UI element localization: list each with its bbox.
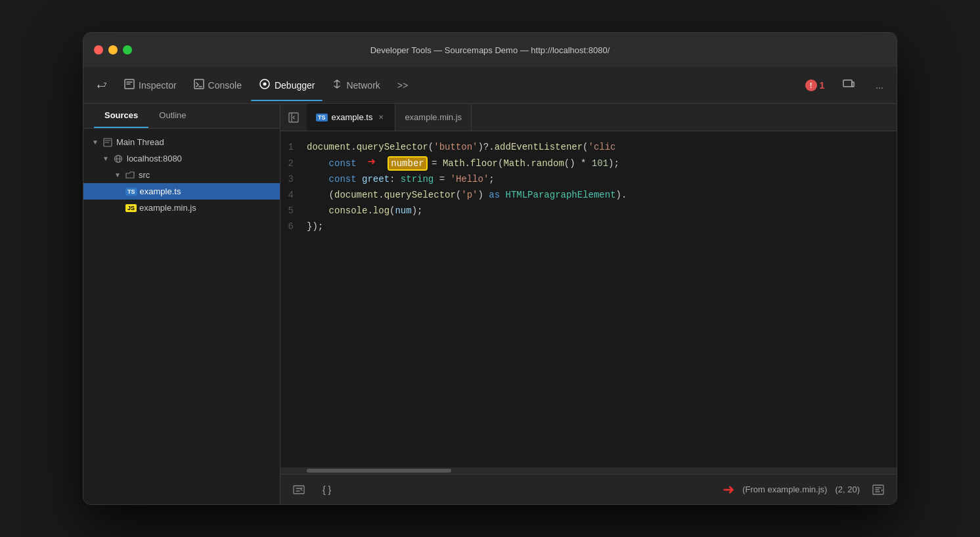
cursor-icon: ⮐ [97, 80, 107, 91]
code-tab-ts-badge: TS [316, 114, 328, 121]
status-position: (2, 20) [835, 484, 860, 494]
toggle-sidebar-button[interactable] [283, 107, 304, 128]
svg-rect-10 [294, 486, 304, 494]
svg-rect-4 [843, 80, 852, 87]
code-tabs: TS example.ts ✕ example.min.js [280, 104, 897, 131]
line-content-5: console.log(num); [307, 203, 897, 219]
tree-example-min-js[interactable]: JS example.min.js [83, 200, 280, 216]
horizontal-scrollbar[interactable] [280, 467, 897, 474]
console-label: Console [208, 80, 242, 91]
line-number-1: 1 [280, 139, 307, 155]
code-editor[interactable]: 1 document.querySelector('button')?.addE… [280, 131, 897, 467]
more-options-icon: ... [876, 80, 883, 91]
code-line-4: 4 (document.querySelector('p') as HTMLPa… [280, 187, 897, 203]
code-tab-ts-label: example.ts [332, 112, 373, 122]
line-number-5: 5 [280, 203, 307, 219]
localhost-icon [112, 154, 124, 163]
svg-rect-9 [289, 113, 298, 122]
blackbox-button[interactable] [288, 479, 309, 500]
minimize-button[interactable] [108, 45, 118, 54]
console-icon [194, 79, 204, 91]
error-count: 1 [820, 80, 825, 91]
src-label: src [139, 170, 150, 180]
svg-point-3 [263, 83, 266, 86]
status-arrow-icon: ➜ [723, 481, 734, 498]
more-options-button[interactable]: ... [868, 76, 891, 95]
line-number-4: 4 [280, 187, 307, 203]
code-tab-js-label: example.min.js [405, 112, 462, 122]
main-thread-arrow: ▼ [91, 139, 99, 146]
localhost-label: localhost:8080 [127, 154, 182, 163]
network-label: Network [346, 80, 380, 91]
traffic-lights [94, 45, 132, 54]
close-button[interactable] [94, 45, 103, 54]
more-tabs-button[interactable]: >> [390, 76, 416, 95]
code-area: TS example.ts ✕ example.min.js 1 documen… [280, 104, 897, 504]
main-thread-icon [102, 138, 114, 147]
maximize-button[interactable] [123, 45, 132, 54]
localhost-arrow: ▼ [102, 155, 110, 163]
responsive-icon [843, 79, 855, 91]
line-number-6: 6 [280, 219, 307, 234]
window-title: Developer Tools — Sourcemaps Demo — http… [370, 45, 610, 55]
code-tab-close-button[interactable]: ✕ [376, 113, 386, 122]
code-line-1: 1 document.querySelector('button')?.addE… [280, 139, 897, 155]
example-min-js-label: example.min.js [139, 203, 196, 213]
ts-badge: TS [125, 188, 137, 196]
debugger-label: Debugger [275, 80, 315, 91]
line-number-2: 2 [280, 156, 307, 171]
line-content-6: }); [307, 219, 897, 234]
responsive-design-button[interactable] [835, 75, 862, 95]
tab-sources[interactable]: Sources [94, 104, 148, 128]
tree-main-thread[interactable]: ▼ Main Thread [83, 134, 280, 150]
more-tabs-label: >> [397, 80, 408, 91]
pretty-print-button[interactable]: { } [317, 482, 336, 498]
tree-example-ts[interactable]: TS example.ts [83, 183, 280, 200]
titlebar: Developer Tools — Sourcemaps Demo — http… [83, 33, 897, 67]
line-number-3: 3 [280, 171, 307, 187]
tab-network[interactable]: Network [324, 75, 388, 95]
line-content-2: const ➜ number = Math.floor(Math.random(… [307, 155, 897, 171]
main-content: Sources Outline ▼ Main Thread [83, 104, 897, 504]
tree-src[interactable]: ▼ src [83, 167, 280, 183]
line-content-3: const greet: string = 'Hello'; [307, 171, 897, 187]
example-ts-label: example.ts [140, 186, 181, 196]
js-badge: JS [125, 204, 137, 212]
svg-rect-5 [852, 82, 854, 87]
line-content-4: (document.querySelector('p') as HTMLPara… [307, 187, 897, 203]
folder-icon [124, 171, 136, 180]
jump-to-definition-button[interactable] [868, 479, 889, 500]
devtools-window: Developer Tools — Sourcemaps Demo — http… [83, 32, 897, 505]
code-tab-example-min-js[interactable]: example.min.js [395, 104, 472, 131]
status-bar: { } ➜ (From example.min.js) (2, 20) [280, 474, 897, 504]
sidebar-tabs: Sources Outline [83, 104, 280, 129]
status-source-info: (From example.min.js) [742, 484, 827, 494]
scrollbar-thumb[interactable] [307, 469, 451, 473]
code-tab-example-ts[interactable]: TS example.ts ✕ [307, 104, 395, 131]
toolbar-right: ! 1 ... [800, 75, 891, 95]
tab-inspector[interactable]: Inspector [116, 75, 185, 95]
inspector-icon [124, 79, 135, 91]
network-icon [332, 79, 342, 91]
sidebar: Sources Outline ▼ Main Thread [83, 104, 280, 504]
cursor-tool-button[interactable]: ⮐ [89, 76, 115, 95]
code-line-5: 5 console.log(num); [280, 203, 897, 219]
tab-console[interactable]: Console [186, 75, 250, 95]
line-content-1: document.querySelector('button')?.addEve… [307, 139, 897, 155]
src-arrow: ▼ [114, 171, 122, 179]
inspector-label: Inspector [139, 80, 177, 91]
toolbar: ⮐ Inspector Console [83, 67, 897, 104]
debugger-icon [259, 79, 271, 91]
code-line-6: 6 }); [280, 219, 897, 234]
code-line-2: 2 const ➜ number = Math.floor(Math.rando… [280, 155, 897, 171]
code-line-3: 3 const greet: string = 'Hello'; [280, 171, 897, 187]
main-thread-label: Main Thread [116, 137, 164, 147]
sidebar-tree: ▼ Main Thread ▼ [83, 129, 280, 504]
tree-localhost[interactable]: ▼ localhost:8080 [83, 150, 280, 167]
error-icon: ! [805, 79, 817, 91]
pretty-print-label: { } [323, 484, 331, 495]
error-badge[interactable]: ! 1 [800, 77, 830, 94]
svg-rect-1 [194, 79, 204, 89]
tab-debugger[interactable]: Debugger [251, 75, 323, 95]
tab-outline[interactable]: Outline [148, 104, 196, 128]
